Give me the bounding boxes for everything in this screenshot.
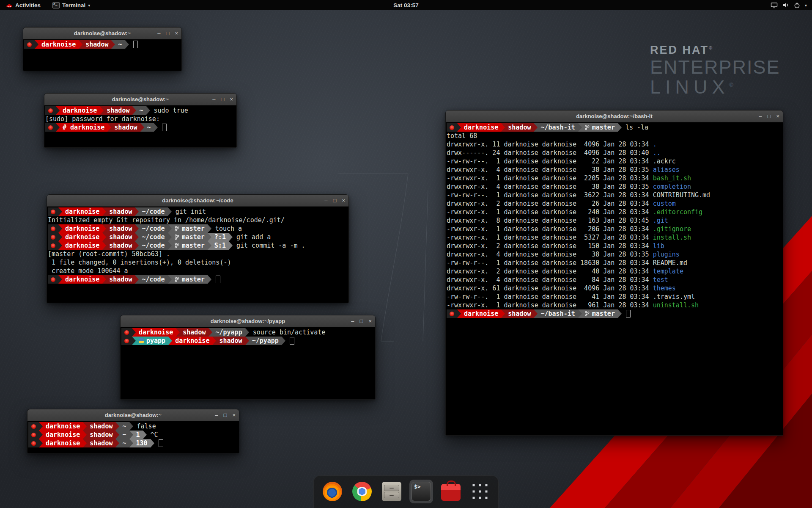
close-button[interactable]: × — [776, 113, 779, 119]
terminal-line: drwxrwxr-x. 4 darknoise darknoise 38 Jan… — [447, 182, 782, 191]
close-button[interactable]: × — [342, 198, 345, 203]
window-title: darknoise@shadow:~/pyapp — [211, 318, 285, 324]
prompt-segment-hat — [121, 328, 132, 337]
prompt-segment-host: shadow — [106, 207, 135, 216]
close-button[interactable]: × — [230, 97, 233, 102]
terminal-window-pyapp[interactable]: darknoise@shadow:~/pyapp–□×darknoiseshad… — [120, 315, 376, 400]
powerline-separator — [212, 337, 216, 345]
terminal-content[interactable]: darknoiseshadow~/pyapp source bin/activa… — [121, 327, 375, 400]
powerline-separator — [578, 309, 582, 318]
powerline-separator — [154, 123, 158, 132]
prompt-segment-status: S:1 — [211, 241, 229, 250]
terminal-text: drwx------. 24 darknoise darknoise 4096 … — [447, 149, 653, 157]
window-titlebar[interactable]: darknoise@shadow:~/bash-it–□× — [446, 110, 783, 122]
terminal-text: plugins — [653, 250, 680, 259]
terminal-content[interactable]: darknoiseshadow~ falsedarknoiseshadow~1 … — [27, 421, 239, 453]
prompt-segment-text: darknoise — [65, 207, 99, 216]
prompt-segment-host: shadow — [87, 422, 115, 431]
dock-toolbox[interactable] — [439, 480, 463, 503]
prompt-segment-path: ~ — [136, 106, 146, 115]
minimize-button[interactable]: – — [157, 30, 160, 36]
terminal-text: -rw-rw-r--. 1 darknoise darknoise 18630 … — [447, 259, 653, 267]
terminal-text: -rw-rw-r--. 1 darknoise darknoise 3622 J… — [447, 191, 653, 199]
redhat-icon — [124, 339, 129, 343]
powerline-separator — [229, 233, 233, 241]
powerline-separator — [208, 275, 211, 284]
maximize-button[interactable]: □ — [221, 97, 225, 102]
minimize-button[interactable]: – — [324, 198, 327, 203]
window-titlebar[interactable]: darknoise@shadow:~/code–□× — [47, 195, 348, 207]
close-button[interactable]: × — [175, 30, 178, 36]
clock[interactable]: Sat 03:57 — [393, 0, 418, 10]
dock-terminal[interactable] — [409, 480, 433, 503]
terminal-content[interactable]: darknoiseshadow~ sudo true[sudo] passwor… — [44, 105, 236, 148]
rhel-wallpaper-logo: RED HAT® ENTERPRISE LINUX® — [650, 44, 780, 97]
prompt-segment-text: ~ — [118, 40, 122, 49]
prompt-segment-text: ~/bash-it — [540, 123, 575, 132]
powerline-separator — [245, 328, 249, 337]
maximize-button[interactable]: □ — [166, 30, 170, 36]
window-titlebar[interactable]: darknoise@shadow:~–□× — [27, 409, 239, 421]
powerline-separator — [111, 40, 115, 49]
prompt-segment-text: shadow — [114, 123, 137, 132]
terminal-text: -rwxrwxr-x. 1 darknoise darknoise 2205 J… — [447, 174, 653, 182]
maximize-button[interactable]: □ — [333, 198, 337, 203]
dock-firefox[interactable] — [321, 480, 344, 503]
window-title: darknoise@shadow:~ — [105, 412, 162, 418]
terminal-window-home-2[interactable]: darknoise@shadow:~–□×darknoiseshadow~ fa… — [27, 409, 239, 453]
prompt-segment-host: shadow — [216, 337, 245, 345]
powerline-separator — [102, 275, 106, 284]
terminal-text: -rwxrwxr-x. 1 darknoise darknoise 5327 J… — [447, 233, 653, 242]
terminal-window-code[interactable]: darknoise@shadow:~/code–□×darknoiseshado… — [47, 194, 349, 303]
minimize-button[interactable]: – — [212, 97, 215, 102]
redhat-icon — [31, 441, 36, 446]
dock-chrome[interactable] — [350, 480, 374, 503]
prompt-segment-text: darknoise — [65, 233, 99, 241]
branch-icon — [175, 276, 179, 282]
terminal-text: [sudo] password for darknoise: — [45, 115, 160, 123]
dock — [313, 475, 499, 508]
activities-button[interactable]: Activities — [4, 0, 42, 10]
minimize-button[interactable]: – — [215, 412, 218, 418]
close-button[interactable]: × — [368, 318, 372, 324]
prompt-segment-hat — [121, 337, 132, 345]
terminal-cursor — [626, 310, 631, 318]
app-menu-terminal[interactable]: Terminal ▾ — [51, 0, 92, 10]
prompt-segment-user: darknoise — [62, 207, 102, 216]
close-button[interactable]: × — [232, 412, 236, 418]
maximize-button[interactable]: □ — [768, 113, 771, 119]
terminal-text: test — [653, 276, 668, 284]
terminal-text: source bin/activate — [249, 328, 326, 337]
terminal-window-sudo[interactable]: darknoise@shadow:~–□×darknoiseshadow~ su… — [44, 93, 237, 148]
prompt-segment-text: ~/code — [142, 207, 165, 216]
maximize-button[interactable]: □ — [360, 318, 363, 324]
powerline-separator — [168, 241, 172, 250]
minimize-button[interactable]: – — [351, 318, 354, 324]
window-titlebar[interactable]: darknoise@shadow:~–□× — [44, 94, 236, 105]
desktop[interactable]: { "topbar": { "activities_label": "Activ… — [0, 0, 812, 508]
terminal-line: darknoiseshadow~ — [24, 40, 181, 49]
powerline-separator — [102, 224, 106, 233]
maximize-button[interactable]: □ — [224, 412, 227, 418]
prompt-segment-text: darknoise — [139, 328, 173, 337]
prompt-segment-hat — [45, 123, 56, 132]
terminal-content[interactable]: darknoiseshadow~/code git initInitialize… — [47, 207, 348, 303]
prompt-segment-branch: master — [172, 275, 208, 284]
dock-show-apps[interactable] — [469, 480, 491, 503]
dock-files[interactable] — [380, 480, 403, 503]
terminal-content[interactable]: darknoiseshadow~/bash-itmaster ls -latot… — [446, 122, 783, 436]
window-titlebar[interactable]: darknoise@shadow:~/pyapp–□× — [121, 315, 375, 327]
branch-icon — [175, 226, 179, 232]
system-status-area[interactable]: ▾ — [768, 0, 809, 10]
terminal-text: drwxrwxr-x. 61 darknoise darknoise 4096 … — [447, 284, 653, 293]
prompt-segment-path: ~/code — [139, 207, 167, 216]
terminal-text: drwxrwxr-x. 8 darknoise darknoise 163 Ja… — [447, 216, 653, 225]
minimize-button[interactable]: – — [759, 113, 762, 119]
terminal-content[interactable]: darknoiseshadow~ — [23, 39, 181, 71]
powerline-separator — [83, 431, 87, 439]
terminal-window-bash-it[interactable]: darknoise@shadow:~/bash-it–□×darknoisesh… — [445, 110, 783, 436]
window-titlebar[interactable]: darknoise@shadow:~–□× — [23, 28, 181, 39]
terminal-text: uninstall.sh — [653, 301, 699, 309]
terminal-window-home-1[interactable]: darknoise@shadow:~–□×darknoiseshadow~ — [23, 27, 182, 71]
terminal-line: darknoiseshadow~/codemaster — [48, 275, 348, 284]
